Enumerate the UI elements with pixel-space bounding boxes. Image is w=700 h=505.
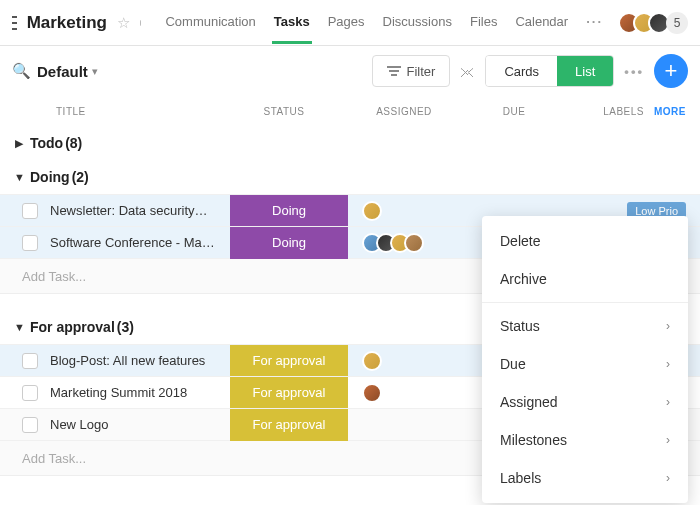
chevron-right-icon: ›: [666, 395, 670, 409]
assignees[interactable]: [348, 201, 468, 221]
tab-pages[interactable]: Pages: [326, 2, 367, 44]
view-cards-button[interactable]: Cards: [486, 56, 557, 86]
activity-icon[interactable]: ⩙: [460, 63, 475, 80]
tab-more-icon[interactable]: ···: [584, 2, 605, 44]
menu-item-archive[interactable]: Archive: [482, 260, 688, 298]
row-checkbox[interactable]: [22, 235, 38, 251]
menu-item-delete[interactable]: Delete: [482, 222, 688, 260]
tab-communication[interactable]: Communication: [163, 2, 257, 44]
task-title[interactable]: Software Conference - Ma…: [50, 235, 230, 250]
menu-separator: [482, 302, 688, 303]
status-pill[interactable]: For approval: [230, 377, 348, 409]
chevron-right-icon: ›: [666, 319, 670, 333]
filter-icon: [387, 64, 401, 78]
row-checkbox[interactable]: [22, 353, 38, 369]
menu-item-status[interactable]: Status›: [482, 307, 688, 345]
task-title[interactable]: Blog-Post: All new features: [50, 353, 230, 368]
chevron-down-icon[interactable]: ▾: [92, 65, 98, 78]
assignees[interactable]: [348, 351, 468, 371]
avatar: [362, 383, 382, 403]
task-title[interactable]: New Logo: [50, 417, 230, 432]
group-header[interactable]: ▶Todo (8): [0, 126, 700, 160]
status-pill[interactable]: Doing: [230, 227, 348, 259]
column-headers: TITLE STATUS ASSIGNED DUE LABELS MORE: [0, 96, 700, 126]
tab-files[interactable]: Files: [468, 2, 499, 44]
menu-item-label: Milestones: [500, 432, 567, 448]
caret-down-icon: ▼: [14, 171, 24, 183]
task-title[interactable]: Marketing Summit 2018: [50, 385, 230, 400]
group-name: Doing: [30, 169, 70, 185]
group-count: (8): [65, 135, 82, 151]
tab-calendar[interactable]: Calendar: [513, 2, 570, 44]
col-title[interactable]: TITLE: [14, 106, 224, 117]
more-actions-icon[interactable]: •••: [624, 64, 644, 79]
task-title[interactable]: Newsletter: Data security…: [50, 203, 230, 218]
col-labels[interactable]: LABELS: [564, 106, 654, 117]
toolbar: 🔍 Default ▾ Filter ⩙ Cards List ••• +: [0, 46, 700, 96]
col-due[interactable]: DUE: [464, 106, 564, 117]
menu-item-milestones[interactable]: Milestones›: [482, 421, 688, 459]
avatar: [362, 351, 382, 371]
menu-item-labels[interactable]: Labels›: [482, 459, 688, 497]
status-pill[interactable]: For approval: [230, 409, 348, 441]
tab-discussions[interactable]: Discussions: [381, 2, 454, 44]
status-pill[interactable]: Doing: [230, 195, 348, 227]
menu-item-label: Due: [500, 356, 526, 372]
col-assigned[interactable]: ASSIGNED: [344, 106, 464, 117]
group-name: Todo: [30, 135, 63, 151]
row-checkbox[interactable]: [22, 385, 38, 401]
assignees[interactable]: [348, 233, 468, 253]
status-pill[interactable]: For approval: [230, 345, 348, 377]
view-toggle: Cards List: [485, 55, 614, 87]
menu-icon[interactable]: [12, 16, 17, 30]
col-status[interactable]: STATUS: [224, 106, 344, 117]
avatar-count: 5: [666, 12, 688, 34]
menu-item-label: Status: [500, 318, 540, 334]
menu-item-label: Delete: [500, 233, 540, 249]
search-icon[interactable]: 🔍: [12, 62, 31, 80]
group-count: (2): [72, 169, 89, 185]
chevron-right-icon: ›: [666, 357, 670, 371]
chevron-right-icon: ›: [666, 433, 670, 447]
group-count: (3): [117, 319, 134, 335]
nav-tabs: Communication Tasks Pages Discussions Fi…: [163, 2, 605, 44]
page-title: Marketing: [27, 13, 107, 33]
filter-label: Filter: [407, 64, 436, 79]
menu-item-assigned[interactable]: Assigned›: [482, 383, 688, 421]
menu-item-label: Archive: [500, 271, 547, 287]
status-dot: [140, 20, 142, 26]
star-icon[interactable]: ☆: [117, 14, 130, 32]
col-more[interactable]: MORE: [654, 106, 686, 117]
avatar: [404, 233, 424, 253]
member-avatars[interactable]: 5: [625, 12, 688, 34]
caret-down-icon: ▼: [14, 321, 24, 333]
group-header[interactable]: ▼Doing (2): [0, 160, 700, 194]
menu-item-label: Labels: [500, 470, 541, 486]
tab-tasks[interactable]: Tasks: [272, 2, 312, 44]
menu-item-due[interactable]: Due›: [482, 345, 688, 383]
view-list-button[interactable]: List: [557, 56, 613, 86]
row-checkbox[interactable]: [22, 417, 38, 433]
context-menu: DeleteArchiveStatus›Due›Assigned›Milesto…: [482, 216, 688, 503]
avatar: [362, 201, 382, 221]
menu-item-label: Assigned: [500, 394, 558, 410]
view-name[interactable]: Default: [37, 63, 88, 80]
add-button[interactable]: +: [654, 54, 688, 88]
group-name: For approval: [30, 319, 115, 335]
filter-button[interactable]: Filter: [372, 55, 451, 87]
chevron-right-icon: ›: [666, 471, 670, 485]
row-checkbox[interactable]: [22, 203, 38, 219]
caret-right-icon: ▶: [14, 137, 24, 150]
assignees[interactable]: [348, 383, 468, 403]
top-bar: Marketing ☆ Communication Tasks Pages Di…: [0, 0, 700, 46]
